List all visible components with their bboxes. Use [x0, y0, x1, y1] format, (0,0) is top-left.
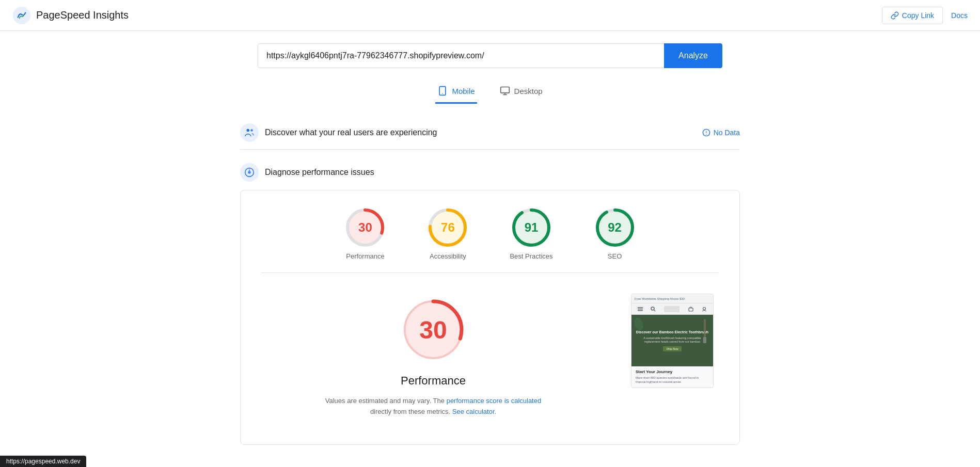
subtitle-text-2: directly from these metrics. — [370, 408, 450, 415]
svg-point-36 — [634, 317, 644, 331]
seo-score-label: SEO — [608, 252, 622, 260]
screenshot-bottom-description: More than 800 species worldwide are foun… — [636, 376, 709, 384]
account-icon — [702, 307, 707, 312]
tab-desktop[interactable]: Desktop — [498, 80, 545, 104]
no-data-indicator: No Data — [702, 128, 740, 137]
accessibility-score-label: Accessibility — [430, 252, 466, 260]
performance-ring: 30 — [344, 207, 386, 248]
performance-score-label: Performance — [346, 252, 384, 260]
logo-placeholder — [664, 306, 679, 312]
score-item-accessibility[interactable]: 76 Accessibility — [427, 207, 468, 260]
screenshot-area: Free Worldwide Shipping Above $30 — [626, 294, 719, 417]
svg-rect-34 — [689, 308, 693, 311]
svg-rect-31 — [638, 310, 643, 311]
tab-mobile-label: Mobile — [452, 87, 475, 95]
score-item-performance[interactable]: 30 Performance — [344, 207, 386, 260]
scores-card: 30 Performance 76 Accessibility — [240, 190, 740, 445]
app-title: PageSpeed Insights — [36, 9, 129, 21]
best-practices-ring: 91 — [511, 207, 552, 248]
subtitle-text-1: Values are estimated and may vary. The — [325, 397, 445, 405]
big-performance-gauge: 30 — [397, 294, 469, 366]
performance-detail-title: Performance — [401, 374, 466, 388]
svg-rect-3 — [500, 87, 509, 93]
pagespeed-logo-icon — [12, 6, 31, 25]
no-data-label: No Data — [714, 128, 740, 137]
hamburger-icon — [638, 307, 643, 311]
search-nav-icon — [651, 307, 656, 312]
screenshot-product-heading: Discover our Bamboo Electric Toothbrush … — [636, 330, 709, 344]
svg-point-35 — [703, 307, 706, 310]
header-actions: Copy Link Docs — [882, 7, 968, 24]
section-header-left: Discover what your real users are experi… — [240, 123, 437, 142]
score-item-best-practices[interactable]: 91 Best Practices — [510, 207, 552, 260]
status-bar: https://pagespeed.web.dev — [0, 456, 86, 457]
copy-link-button[interactable]: Copy Link — [882, 7, 943, 24]
brush-decoration — [701, 319, 709, 346]
svg-point-0 — [13, 6, 30, 24]
url-input[interactable] — [258, 43, 664, 68]
tab-desktop-label: Desktop — [514, 87, 543, 95]
people-icon — [244, 127, 255, 138]
performance-score-value: 30 — [358, 220, 372, 235]
perf-gauge-area: 30 Performance Values are estimated and … — [261, 294, 605, 417]
seo-ring: 92 — [594, 207, 636, 248]
info-icon — [702, 128, 710, 137]
link-icon — [891, 11, 899, 20]
copy-link-label: Copy Link — [902, 11, 934, 20]
url-input-wrapper: Analyze — [258, 43, 722, 68]
screenshot-top-bar: Free Worldwide Shipping Above $30 — [631, 294, 713, 303]
screenshot-mock: Free Worldwide Shipping Above $30 — [631, 294, 714, 388]
screenshot-bottom-section: Start Your Journey More than 800 species… — [631, 366, 713, 388]
svg-rect-37 — [704, 319, 706, 337]
search-area: Analyze — [0, 31, 980, 76]
real-users-title: Discover what your real users are experi… — [265, 128, 437, 137]
svg-rect-38 — [703, 337, 706, 343]
real-users-section-header: Discover what your real users are experi… — [240, 116, 740, 150]
tabs-area: Mobile Desktop — [0, 76, 980, 104]
svg-point-6 — [247, 129, 250, 132]
screenshot-start-journey: Start Your Journey — [636, 369, 709, 374]
diagnose-section-header: Diagnose performance issues — [240, 156, 740, 190]
score-item-seo[interactable]: 92 SEO — [594, 207, 636, 260]
best-practices-score-label: Best Practices — [510, 252, 552, 260]
cart-icon — [688, 307, 694, 312]
svg-rect-30 — [638, 309, 643, 310]
leaf-decoration — [634, 317, 644, 333]
scores-row: 30 Performance 76 Accessibility — [261, 207, 719, 273]
analyze-button[interactable]: Analyze — [664, 43, 722, 68]
tab-mobile[interactable]: Mobile — [435, 80, 477, 104]
subtitle-end: . — [495, 408, 497, 415]
svg-point-12 — [248, 171, 251, 174]
best-practices-score-value: 91 — [525, 220, 539, 235]
big-performance-score: 30 — [419, 316, 447, 344]
performance-detail: 30 Performance Values are estimated and … — [261, 283, 719, 428]
svg-point-32 — [651, 307, 654, 310]
performance-detail-subtitle: Values are estimated and may vary. The p… — [325, 396, 542, 417]
desktop-icon — [500, 86, 510, 96]
header: PageSpeed Insights Copy Link Docs — [0, 0, 980, 31]
svg-line-33 — [654, 310, 655, 311]
diagnose-icon — [240, 163, 259, 182]
screenshot-banner-text: Free Worldwide Shipping Above $30 — [635, 297, 685, 300]
svg-point-10 — [706, 134, 706, 134]
see-calculator-link[interactable]: See calculator — [452, 408, 495, 415]
screenshot-product-image: Discover our Bamboo Electric Toothbrush … — [631, 315, 713, 366]
diagnose-title: Diagnose performance issues — [265, 168, 374, 177]
accessibility-score-value: 76 — [441, 220, 455, 235]
main-content: Discover what your real users are experi… — [232, 116, 748, 445]
screenshot-shop-now-btn: Shop Now — [663, 346, 681, 351]
real-users-icon — [240, 123, 259, 142]
docs-link[interactable]: Docs — [951, 11, 968, 20]
gauge-icon — [244, 167, 255, 178]
perf-score-link[interactable]: performance score is calculated — [447, 397, 542, 405]
mobile-icon — [437, 86, 448, 96]
svg-rect-29 — [638, 307, 643, 308]
svg-point-7 — [250, 129, 253, 132]
accessibility-ring: 76 — [427, 207, 468, 248]
logo-area: PageSpeed Insights — [12, 6, 129, 25]
seo-score-value: 92 — [608, 220, 622, 235]
screenshot-nav — [631, 303, 713, 315]
